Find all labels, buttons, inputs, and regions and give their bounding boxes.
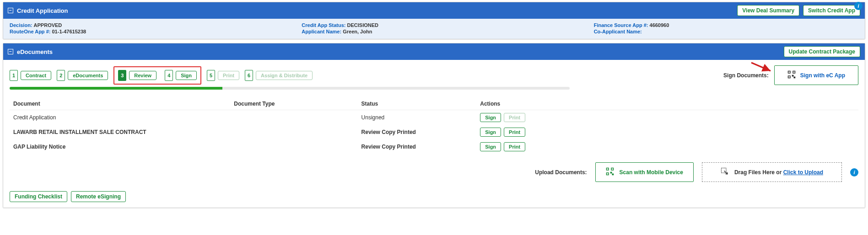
step-2-number: 2 [57, 70, 65, 81]
svg-rect-6 [606, 168, 609, 171]
view-deal-summary-button[interactable]: View Deal Summary [737, 5, 799, 16]
doc-name: Credit Application [10, 110, 230, 125]
doc-status: Review Copy Printed [358, 125, 477, 139]
print-button[interactable]: Print [504, 142, 525, 151]
sign-with-ec-app-label: Sign with eC App [800, 72, 845, 79]
edocuments-header: − eDocuments Update Contract Package [3, 43, 865, 60]
collapse-icon[interactable]: − [8, 8, 13, 13]
step-3-number: 3 [118, 70, 126, 81]
svg-rect-2 [788, 76, 790, 78]
doc-actions: SignPrint [476, 139, 858, 154]
doc-name: LAWARB RETAIL INSTALLMENT SALE CONTRACT [10, 125, 230, 139]
edocuments-panel: − eDocuments Update Contract Package 1 C… [3, 43, 865, 208]
update-contract-package-button[interactable]: Update Contract Package [784, 46, 860, 57]
col-status: Status [358, 98, 477, 110]
col-document: Document [10, 98, 230, 110]
coapplicant-label: Co-Applicant Name: [594, 29, 642, 34]
sign-button[interactable]: Sign [480, 128, 501, 137]
step-review-button[interactable]: Review [129, 71, 156, 80]
switch-credit-app-button[interactable]: Switch Credit App [803, 5, 860, 16]
credit-app-info: Decision: APPROVED RouteOne App #: 01-1-… [3, 19, 865, 39]
svg-rect-3 [792, 75, 793, 76]
svg-rect-0 [788, 71, 790, 74]
creditapp-status-label: Credit App Status: [302, 22, 345, 28]
col-actions: Actions [476, 98, 858, 110]
table-row: LAWARB RETAIL INSTALLMENT SALE CONTRACTR… [10, 125, 858, 139]
svg-rect-9 [610, 172, 611, 173]
doc-actions: SignPrint [476, 110, 858, 125]
workflow-steps: 1 Contract 2 eDocuments 3 Review 4 Sign … [10, 65, 858, 85]
doc-type [230, 139, 357, 154]
credit-application-header: − Credit Application View Deal Summary S… [3, 2, 865, 19]
doc-status: Unsigned [358, 110, 477, 125]
doc-type [230, 125, 357, 139]
upload-documents-label: Upload Documents: [535, 169, 587, 176]
svg-rect-10 [612, 174, 613, 175]
svg-rect-1 [793, 71, 795, 74]
table-row: Credit ApplicationUnsignedSignPrint [10, 110, 858, 125]
applicant-name-label: Applicant Name: [302, 29, 341, 34]
finance-source-label: Finance Source App #: [594, 22, 648, 28]
step-assign-distribute-button: Assign & Distribute [256, 71, 313, 80]
info-icon[interactable]: i [850, 168, 858, 176]
credit-application-panel: − Credit Application View Deal Summary S… [3, 2, 865, 39]
applicant-name-value: Green, John [343, 29, 372, 34]
progress-bar [10, 87, 570, 90]
drag-icon [721, 167, 729, 177]
step-sign-button[interactable]: Sign [176, 71, 197, 80]
highlighted-steps: 3 Review 4 Sign [113, 66, 201, 85]
col-document-type: Document Type [230, 98, 357, 110]
panel-title: eDocuments [17, 48, 53, 55]
funding-checklist-button[interactable]: Funding Checklist [10, 191, 67, 202]
step-6-number: 6 [245, 70, 253, 81]
remote-esigning-button[interactable]: Remote eSigning [71, 191, 126, 202]
documents-table: Document Document Type Status Actions Cr… [10, 98, 858, 154]
print-button[interactable]: Print [504, 128, 525, 137]
sign-with-ec-app-button[interactable]: Sign with eC App [774, 65, 858, 85]
qr-icon [787, 70, 796, 80]
print-button: Print [504, 113, 525, 122]
scan-mobile-label: Scan with Mobile Device [620, 169, 683, 176]
table-row: GAP Liability NoticeReview Copy PrintedS… [10, 139, 858, 154]
sign-button[interactable]: Sign [480, 113, 501, 122]
upload-documents-row: Upload Documents: Scan with Mobile Devic… [10, 162, 858, 182]
creditapp-status-value: DECISIONED [347, 22, 378, 28]
drop-prefix: Drag Files Here or [734, 169, 783, 176]
svg-rect-4 [794, 77, 795, 78]
finance-source-value: 4660960 [650, 22, 669, 28]
sign-documents-label: Sign Documents: [723, 72, 769, 79]
step-5-number: 5 [207, 70, 215, 81]
scan-mobile-button[interactable]: Scan with Mobile Device [595, 162, 694, 182]
collapse-icon[interactable]: − [8, 49, 13, 54]
routeone-value: 01-1-47615238 [52, 29, 86, 34]
doc-status: Review Copy Printed [358, 139, 477, 154]
qr-icon [606, 167, 614, 177]
drop-upload-zone[interactable]: Drag Files Here or Click to Upload [702, 162, 842, 182]
step-1-number: 1 [10, 70, 18, 81]
sign-button[interactable]: Sign [480, 142, 501, 151]
routeone-label: RouteOne App #: [10, 29, 50, 34]
svg-rect-7 [611, 168, 614, 171]
doc-actions: SignPrint [476, 125, 858, 139]
click-to-upload-link[interactable]: Click to Upload [783, 169, 823, 176]
step-4-number: 4 [165, 70, 173, 81]
info-icon[interactable]: i [854, 2, 863, 10]
doc-name: GAP Liability Notice [10, 139, 230, 154]
decision-label: Decision: [10, 22, 32, 28]
decision-value: APPROVED [34, 22, 62, 28]
step-print-button: Print [218, 71, 239, 80]
doc-type [230, 110, 357, 125]
panel-title: Credit Application [17, 7, 68, 14]
step-edocuments-button[interactable]: eDocuments [68, 71, 108, 80]
svg-rect-8 [606, 173, 609, 175]
step-contract-button[interactable]: Contract [21, 71, 51, 80]
